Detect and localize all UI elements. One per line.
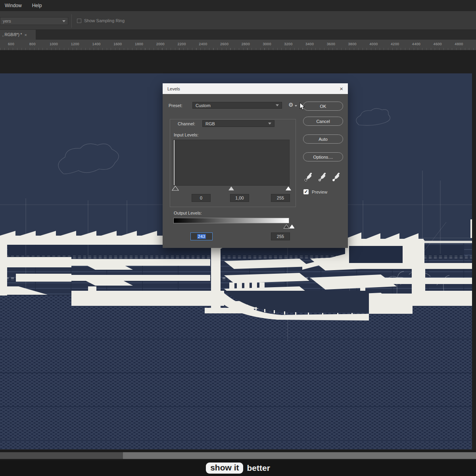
menu-bar: WindowHelp: [0, 0, 476, 11]
input-midtone-slider[interactable]: [228, 186, 234, 190]
gear-caret-icon: [295, 105, 297, 107]
gray-point-eyedropper-icon[interactable]: [318, 172, 327, 182]
ruler-label: 3000: [263, 42, 271, 46]
input-midtone-value: 1,00: [235, 196, 244, 200]
input-shadow-slider[interactable]: [172, 186, 178, 190]
document-tab[interactable]: , RGB/8*) * ×: [0, 30, 36, 40]
histogram-spike: [174, 140, 175, 185]
black-point-eyedropper-icon[interactable]: [304, 172, 313, 182]
sample-size-dropdown[interactable]: yers: [0, 17, 68, 25]
preset-label: Preset:: [169, 103, 182, 108]
ruler-label: 2000: [156, 42, 165, 46]
footer-bar: show it better: [0, 460, 476, 476]
histogram: [173, 140, 290, 186]
output-highlight-value: 255: [277, 234, 284, 239]
preset-value: Custom: [196, 103, 211, 108]
sample-dropdown-value: yers: [3, 19, 11, 23]
scrollbar-thumb[interactable]: [123, 452, 476, 459]
ruler-label: 1400: [92, 42, 100, 46]
menu-item-help[interactable]: Help: [32, 3, 42, 8]
dialog-title-bar[interactable]: Levels ×: [163, 83, 348, 94]
input-highlight-field[interactable]: 255: [271, 194, 290, 202]
ruler-label: 2400: [199, 42, 207, 46]
input-highlight-value: 255: [277, 196, 284, 200]
ruler-label: 3400: [305, 42, 314, 46]
ruler-label: 600: [8, 42, 14, 46]
input-slider-track: [171, 186, 294, 191]
close-tab-icon[interactable]: ×: [24, 33, 27, 37]
preview-option[interactable]: ✓ Preview: [303, 189, 327, 194]
ruler-label: 1000: [50, 42, 58, 46]
channel-dropdown[interactable]: RGB: [202, 120, 274, 127]
ruler-label: 2200: [177, 42, 186, 46]
levels-dialog: Levels × Preset: Custom ⚙ OK Cancel Auto…: [163, 83, 348, 248]
output-slider-track: [171, 224, 294, 229]
ruler-label: 2600: [220, 42, 228, 46]
ruler-label: 1800: [135, 42, 143, 46]
document-tab-bar: , RGB/8*) * ×: [0, 30, 476, 40]
checkbox-icon[interactable]: [77, 19, 81, 23]
white-point-eyedropper-icon[interactable]: [332, 172, 341, 182]
divider: [71, 14, 72, 28]
auto-button[interactable]: Auto: [303, 134, 343, 144]
tool-options-bar: yers Show Sampling Ring: [0, 11, 476, 30]
channel-label: Channel:: [178, 121, 195, 126]
ruler-label: 800: [29, 42, 36, 46]
options-button[interactable]: Options....: [303, 152, 343, 161]
mouse-cursor: [299, 102, 306, 111]
ruler-label: 4200: [391, 42, 399, 46]
ruler-label: 1600: [113, 42, 122, 46]
chevron-down-icon: [268, 123, 271, 125]
horizontal-ruler[interactable]: 6008001000120014001600180020002200240026…: [0, 40, 476, 50]
output-highlight-slider[interactable]: [289, 225, 294, 228]
ruler-label: 4600: [434, 42, 442, 46]
input-highlight-slider[interactable]: [286, 186, 291, 190]
preview-checkbox[interactable]: ✓: [303, 189, 309, 194]
output-gradient-bar: [173, 218, 289, 223]
output-shadow-value: 243: [197, 234, 206, 239]
chevron-down-icon: [276, 104, 279, 106]
ruler-label: 4400: [412, 42, 420, 46]
ok-button[interactable]: OK: [303, 102, 343, 111]
cancel-button[interactable]: Cancel: [303, 117, 343, 126]
show-sampling-ring-option[interactable]: Show Sampling Ring: [77, 18, 125, 23]
ruler-label: 3600: [327, 42, 335, 46]
ruler-label: 4000: [369, 42, 378, 46]
output-highlight-field[interactable]: 255: [271, 232, 290, 240]
ruler-label: 1200: [71, 42, 79, 46]
input-shadow-field[interactable]: 0: [192, 194, 211, 202]
output-levels-label: Output Levels:: [174, 211, 202, 215]
input-levels-label: Input Levels:: [174, 132, 198, 137]
chevron-down-icon: [62, 20, 65, 22]
sampling-ring-label: Show Sampling Ring: [84, 18, 125, 23]
input-shadow-value: 0: [200, 196, 202, 200]
ruler-label: 3800: [348, 42, 357, 46]
watermark-suffix: better: [247, 463, 270, 473]
ruler-label: 4800: [455, 42, 463, 46]
ruler-label: 3200: [284, 42, 292, 46]
channel-value: RGB: [205, 121, 215, 126]
document-tab-title: , RGB/8*) *: [2, 33, 22, 37]
scroll-zone: [0, 449, 476, 460]
output-shadow-field[interactable]: 243: [190, 232, 213, 240]
preview-label: Preview: [312, 190, 327, 194]
horizontal-scrollbar[interactable]: [0, 452, 476, 459]
dialog-title: Levels: [167, 86, 180, 91]
close-dialog-icon[interactable]: ×: [340, 86, 343, 92]
menu-item-window[interactable]: Window: [5, 3, 22, 8]
input-midtone-field[interactable]: 1,00: [230, 194, 249, 202]
preset-dropdown[interactable]: Custom: [192, 102, 282, 109]
gear-icon[interactable]: ⚙: [288, 102, 294, 108]
watermark-pill: show it: [206, 463, 243, 474]
output-shadow-slider[interactable]: [284, 225, 289, 228]
ruler-label: 2800: [242, 42, 250, 46]
